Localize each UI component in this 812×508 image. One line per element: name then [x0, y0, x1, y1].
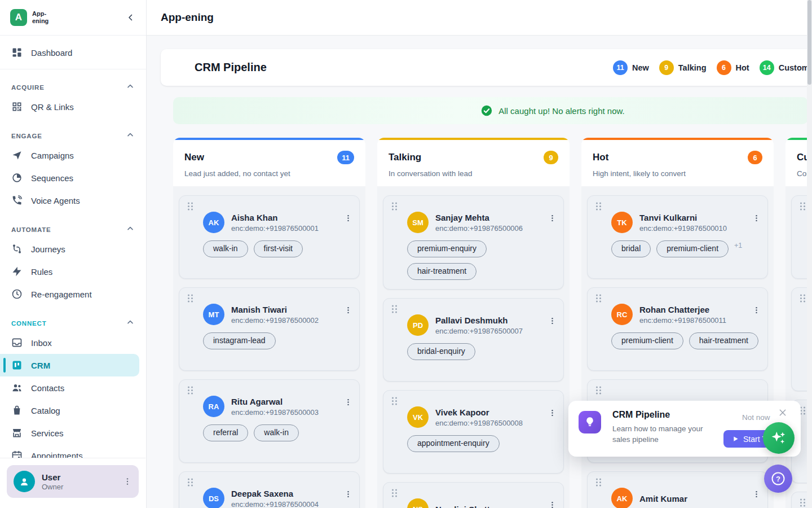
help-button[interactable]: ? [764, 465, 792, 493]
stat-new: 11New [613, 60, 649, 75]
sidebar-nav: DashboardACQUIREQR & LinksENGAGECampaign… [0, 36, 146, 467]
sidebar-item-services[interactable]: Services [0, 422, 146, 444]
card-menu-button[interactable] [752, 306, 761, 314]
card-menu-button[interactable] [548, 409, 557, 417]
lead-info: Tanvi Kulkarnienc:demo:+919876500010 [639, 213, 727, 233]
journey-icon [11, 243, 23, 255]
tag-chip: appointment-enquiry [407, 435, 500, 452]
sidebar-item-qr-links[interactable]: QR & Links [0, 95, 146, 118]
drag-handle-icon[interactable] [799, 498, 806, 507]
sidebar: A App- ening DashboardACQUIREQR & LinksE… [0, 0, 147, 508]
tag-list: walk-infirst-visit [203, 240, 351, 257]
drag-handle-icon[interactable] [187, 202, 194, 211]
drag-handle-icon[interactable] [799, 202, 806, 211]
tag-chip: premium-client [611, 332, 683, 349]
drag-handle-icon[interactable] [391, 202, 398, 211]
drag-handle-icon[interactable] [187, 386, 194, 395]
card-menu-button[interactable] [548, 501, 557, 508]
lead-card-header: SMSanjay Mehtaenc:demo:+919876500006 [407, 212, 555, 233]
nav-section-automate[interactable]: AUTOMATE [0, 212, 146, 238]
lead-info: Deepak Saxenaenc:demo:+919876500004 [231, 489, 319, 508]
sidebar-item-contacts[interactable]: Contacts [0, 376, 146, 399]
drag-handle-icon[interactable] [595, 386, 602, 395]
lead-card-aisha-khan[interactable]: AKAisha Khanenc:demo:+919876500001walk-i… [179, 195, 360, 279]
card-menu-button[interactable] [344, 490, 352, 498]
lead-card-sanjay-mehta[interactable]: SMSanjay Mehtaenc:demo:+919876500006prem… [383, 195, 564, 290]
card-menu-button[interactable] [548, 317, 557, 325]
sidebar-item-rules[interactable]: Rules [0, 260, 146, 283]
column-title: Talking [389, 152, 421, 163]
drag-handle-icon[interactable] [391, 304, 398, 314]
sidebar-item-catalog[interactable]: Catalog [0, 399, 146, 422]
card-menu-button[interactable] [752, 490, 761, 498]
close-icon[interactable] [778, 408, 787, 417]
lead-contact: enc:demo:+919876500002 [231, 316, 319, 325]
lead-name: Tanvi Kulkarni [639, 213, 727, 222]
card-menu-button[interactable] [344, 398, 352, 406]
card-menu-button[interactable] [548, 214, 557, 222]
nav-section-connect[interactable]: CONNECT [0, 305, 146, 331]
sidebar-item-journeys[interactable]: Journeys [0, 238, 146, 260]
sidebar-item-sequences[interactable]: Sequences [0, 167, 146, 189]
chevron-up-icon [126, 318, 135, 327]
tag-list: premium-enquiryhair-treatment [407, 240, 555, 280]
drag-handle-icon[interactable] [391, 488, 398, 498]
avatar: AK [611, 488, 633, 508]
drag-handle-icon[interactable] [391, 396, 398, 406]
lead-card-deepak-saxena[interactable]: DSDeepak Saxenaenc:demo:+919876500004 [179, 471, 360, 508]
not-now-button[interactable]: Not now [742, 413, 770, 422]
sidebar-item-label: Contacts [31, 383, 64, 393]
sidebar-item-voice-agents[interactable]: Voice Agents [0, 189, 146, 212]
lead-card-nandini-shetty[interactable]: NSNandini Shetty [383, 482, 564, 508]
lead-name: Nandini Shetty [435, 505, 495, 508]
card-menu-button[interactable] [344, 306, 352, 314]
nav-section-engage[interactable]: ENGAGE [0, 118, 146, 144]
avatar: MT [203, 304, 224, 325]
avatar: NS [407, 498, 429, 508]
tag-chip: hair-treatment [689, 332, 758, 349]
lead-card-tanvi-kulkarni[interactable]: TKTanvi Kulkarnienc:demo:+919876500010br… [587, 195, 768, 279]
card-menu-button[interactable] [344, 214, 352, 222]
lead-card-amit-kumar[interactable]: AKAmit Kumar [587, 471, 768, 508]
sidebar-item-dashboard[interactable]: Dashboard [0, 41, 146, 64]
sidebar-item-re-engagement[interactable]: Re-engagement [0, 283, 146, 305]
nav-section-acquire[interactable]: ACQUIRE [0, 69, 146, 95]
scrollbar-thumb[interactable] [807, 0, 811, 85]
lead-card-header: VKVivek Kapoorenc:demo:+919876500008 [407, 406, 555, 428]
sidebar-collapse-icon[interactable] [126, 12, 136, 23]
lead-card-ritu-agarwal[interactable]: RARitu Agarwalenc:demo:+919876500003refe… [179, 379, 360, 463]
lead-contact: enc:demo:+919876500001 [231, 224, 319, 233]
user-menu-button[interactable] [123, 477, 132, 486]
drag-handle-icon[interactable] [799, 294, 806, 303]
tag-list: bridal-enquiry [407, 343, 555, 360]
chevron-up-icon [126, 130, 135, 139]
stat-label: Talking [678, 63, 707, 72]
lead-card-pallavi-deshmukh[interactable]: PDPallavi Deshmukhenc:demo:+919876500007… [383, 298, 564, 382]
column-description: In conversation with lead [389, 169, 558, 178]
user-card[interactable]: User Owner [7, 465, 139, 498]
alerts-banner-text: All caught up! No alerts right now. [498, 106, 624, 116]
drag-handle-icon[interactable] [187, 478, 194, 487]
alerts-banner: All caught up! No alerts right now. [173, 97, 808, 124]
sequence-icon [11, 172, 23, 183]
drag-handle-icon[interactable] [595, 478, 602, 487]
chevron-up-icon [126, 224, 135, 233]
drag-handle-icon[interactable] [595, 202, 602, 211]
avatar: AK [203, 212, 224, 233]
sidebar-item-inbox[interactable]: Inbox [0, 331, 146, 354]
kanban-icon [11, 360, 23, 371]
drag-handle-icon[interactable] [187, 294, 194, 303]
lead-card-vivek-kapoor[interactable]: VKVivek Kapoorenc:demo:+919876500008appo… [383, 390, 564, 474]
column-count-badge: 11 [337, 151, 354, 164]
user-avatar [14, 471, 35, 492]
drag-handle-icon[interactable] [595, 294, 602, 303]
sidebar-item-crm[interactable]: CRM [0, 354, 139, 376]
ai-assistant-button[interactable] [763, 422, 795, 454]
avatar: SM [407, 212, 429, 233]
dashboard-icon [11, 47, 23, 58]
lead-card-manish-tiwari[interactable]: MTManish Tiwarienc:demo:+919876500002ins… [179, 287, 360, 371]
card-menu-button[interactable] [752, 214, 761, 222]
sidebar-item-campaigns[interactable]: Campaigns [0, 144, 146, 167]
lead-card-rohan-chatterjee[interactable]: RCRohan Chatterjeeenc:demo:+919876500011… [587, 287, 768, 371]
check-circle-icon [480, 104, 493, 117]
